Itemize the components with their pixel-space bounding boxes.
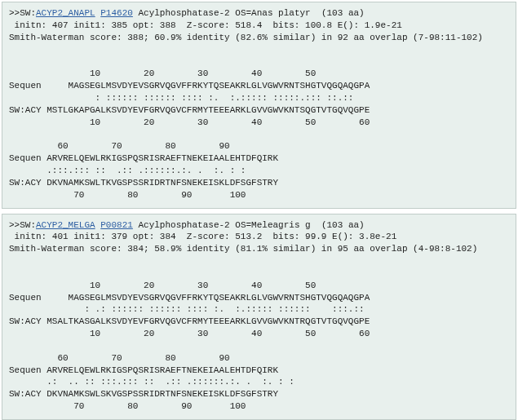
- subject-seq: SW:ACY DKVNAMKSWLSKVGSPSSRIDRTNFSNEKEISK…: [9, 389, 278, 399]
- subject-seq: SW:ACY MSTLGKAPGALKSVDYEVFGRVQGVCFRMYTEE…: [9, 105, 370, 115]
- accession-link[interactable]: P14620: [100, 8, 133, 18]
- query-seq: Sequen MAGSEGLMSVDYEVSGRVQGVFFRKYTQSEAKR…: [9, 293, 370, 303]
- alignment-result-0: >>SW:ACYP2_ANAPL P14620 Acylphosphatase-…: [2, 2, 516, 209]
- match-line: : :::::: :::::: :::: :. :.::::: :::::.::…: [9, 93, 353, 103]
- db-id-link[interactable]: ACYP2_ANAPL: [36, 8, 95, 18]
- alignment-result-1: >>SW:ACYP2_MELGA P00821 Acylphosphatase-…: [2, 214, 516, 421]
- hit-description: Acylphosphatase-2 OS=Anas platyr (103 aa…: [133, 8, 365, 18]
- hit-description: Acylphosphatase-2 OS=Meleagris g (103 aa…: [133, 220, 365, 230]
- ruler-bot: 70 80 90 100: [9, 401, 246, 411]
- ruler-top: 60 70 80 90: [9, 141, 230, 151]
- match-line: : .: :::::: :::::: :::: :. :.::::: :::::…: [9, 304, 365, 314]
- query-seq: Sequen ARVRELQEWLRKIGSPQSRISRAEFTNEKEIAA…: [9, 365, 278, 375]
- score-line-2: Smith-Waterman score: 388; 60.9% identit…: [9, 32, 509, 44]
- sw-prefix: >>SW:: [9, 220, 36, 230]
- ruler-bot: 10 20 30 40 50 60: [9, 117, 370, 127]
- query-seq: Sequen ARVRELQEWLRKIGSPQSRISRAEFTNEKEIAA…: [9, 153, 278, 163]
- accession-link[interactable]: P00821: [100, 220, 133, 230]
- query-seq: Sequen MAGSEGLMSVDYEVSGRVQGVFFRKYTQSEAKR…: [9, 81, 370, 91]
- ruler-bot: 10 20 30 40 50 60: [9, 329, 370, 338]
- ruler-top: 60 70 80 90: [9, 353, 230, 363]
- subject-seq: SW:ACY DKVNAMKSWLTKVGSPSSRIDRTNFSNEKEISK…: [9, 178, 278, 188]
- ruler-top: 10 20 30 40 50: [9, 69, 353, 78]
- match-line: .: .. :: :::.::: :: .:: .::::::.:. . :. …: [9, 377, 294, 387]
- score-line-2: Smith-Waterman score: 384; 58.9% identit…: [9, 243, 509, 255]
- db-id-link[interactable]: ACYP2_MELGA: [36, 220, 95, 230]
- sw-prefix: >>SW:: [9, 8, 36, 18]
- subject-seq: SW:ACY MSALTKASGALKSVDYEVFGRVQGVCFRMYTEE…: [9, 316, 370, 326]
- ruler-top: 10 20 30 40 50: [9, 281, 353, 290]
- score-line-1: initn: 401 init1: 379 opt: 384 Z-score: …: [9, 231, 509, 243]
- score-line-1: initn: 407 init1: 385 opt: 388 Z-score: …: [9, 20, 509, 32]
- match-line: .:::.::: :: .:: .::::::.:. . :. : :: [9, 166, 246, 175]
- ruler-bot: 70 80 90 100: [9, 190, 246, 200]
